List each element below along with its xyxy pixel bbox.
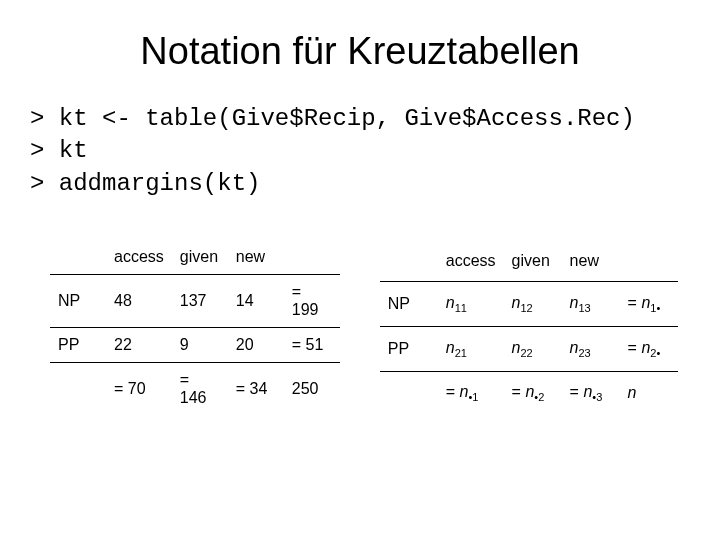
subscript: 12 [521,302,533,314]
n-symbol: n [512,339,521,356]
cell: 48 [106,275,172,328]
col-header: access [106,240,172,275]
n-symbol: n [525,383,534,400]
subscript: 11 [455,302,467,314]
table-row: NP 48 137 14 = 199 [50,275,340,328]
n-symbol: n [460,383,469,400]
col-total: = n•3 [562,371,620,415]
row-label: NP [50,275,106,328]
n-symbol: n [641,339,650,356]
eq-prefix: = [446,383,460,400]
left-table: access given new NP 48 137 14 = 199 PP 2… [50,240,340,415]
table-row: access given new [380,240,678,281]
cell: n21 [438,326,504,371]
col-header: new [228,240,284,275]
n-symbol: n [570,339,579,356]
subscript: 21 [455,347,467,359]
table-row: access given new [50,240,340,275]
col-total: = 34 [228,363,284,416]
cell-blank [284,240,340,275]
row-label: PP [380,326,438,371]
cell: n23 [562,326,620,371]
row-total: = 51 [284,328,340,363]
subscript: 23 [579,347,591,359]
cell-blank [620,240,678,281]
code-line: > kt [30,137,88,164]
right-table: access given new NP n11 n12 n13 = n1• PP… [380,240,678,415]
cell-blank [50,363,106,416]
eq-prefix: = [628,294,642,311]
cell: n11 [438,282,504,327]
row-total: = n2• [620,326,678,371]
code-line: > kt <- table(Give$Recip, Give$Access.Re… [30,105,635,132]
grand-total: 250 [284,363,340,416]
subscript: •3 [592,391,602,403]
col-total: = n•2 [504,371,562,415]
cell-blank [380,371,438,415]
slide: Notation für Kreuztabellen > kt <- table… [0,0,720,540]
tables-row: access given new NP 48 137 14 = 199 PP 2… [30,240,690,415]
subscript: •2 [534,391,544,403]
n-symbol: n [641,294,650,311]
n-symbol: n [446,294,455,311]
n-symbol: n [570,294,579,311]
col-total: = n•1 [438,371,504,415]
cell: n22 [504,326,562,371]
col-header: given [172,240,228,275]
eq-prefix: = [570,383,584,400]
cell: n12 [504,282,562,327]
subscript: 2• [650,347,660,359]
n-symbol: n [512,294,521,311]
table-row: PP 22 9 20 = 51 [50,328,340,363]
cell: 14 [228,275,284,328]
cell: 9 [172,328,228,363]
page-title: Notation für Kreuztabellen [30,30,690,73]
n-symbol: n [628,384,637,401]
code-block: > kt <- table(Give$Recip, Give$Access.Re… [30,103,690,200]
eq-prefix: = [512,383,526,400]
subscript: 1• [650,302,660,314]
table-row: = 70 = 146 = 34 250 [50,363,340,416]
eq-prefix: = [628,339,642,356]
cell: 137 [172,275,228,328]
subscript: 22 [521,347,533,359]
col-total: = 146 [172,363,228,416]
row-total: = n1• [620,282,678,327]
table-row: PP n21 n22 n23 = n2• [380,326,678,371]
subscript: 13 [579,302,591,314]
code-line: > addmargins(kt) [30,170,260,197]
row-label: PP [50,328,106,363]
table-row: = n•1 = n•2 = n•3 n [380,371,678,415]
n-symbol: n [446,339,455,356]
col-total: = 70 [106,363,172,416]
grand-total: n [620,371,678,415]
cell: n13 [562,282,620,327]
cell-blank [380,240,438,281]
col-header: new [562,240,620,281]
subscript: •1 [469,391,479,403]
cell: 22 [106,328,172,363]
col-header: access [438,240,504,281]
row-label: NP [380,282,438,327]
col-header: given [504,240,562,281]
table-row: NP n11 n12 n13 = n1• [380,282,678,327]
n-symbol: n [583,383,592,400]
row-total: = 199 [284,275,340,328]
cell: 20 [228,328,284,363]
cell-blank [50,240,106,275]
